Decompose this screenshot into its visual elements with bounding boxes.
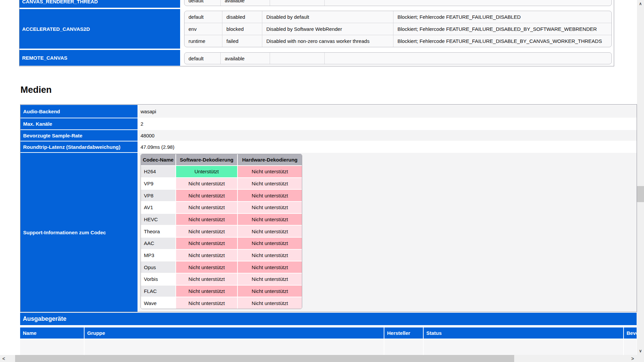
status-message-cell: [270, 53, 324, 64]
horizontal-scrollbar-thumb[interactable]: [15, 355, 514, 362]
column-header-text: Gruppe: [87, 330, 105, 336]
column-header-text: Bevorzugt: [627, 330, 637, 336]
codec-row-opus: Opus Nicht unterstützt Nicht unterstützt: [141, 261, 302, 273]
vertical-scrollbar-thumb[interactable]: [637, 186, 644, 202]
feature-label-canvas-renderer-thread: CANVAS_RENDERER_THREAD: [19, 0, 180, 8]
feature-status-box-remote-canvas: default available: [184, 52, 612, 64]
media-value-audio-backend: wasapi: [138, 105, 637, 118]
codec-name-cell: H264: [141, 166, 176, 177]
codec-software-support-cell: Nicht unterstützt: [176, 190, 238, 201]
output-devices-caption: Ausgabegeräte: [20, 313, 637, 325]
codec-software-support-cell: Nicht unterstützt: [176, 202, 238, 213]
codec-hardware-support-cell: Nicht unterstützt: [238, 261, 302, 273]
scroll-down-icon[interactable]: ∨: [637, 348, 644, 354]
status-log-cell: Blockiert; Fehlercode FEATURE_FAILURE_DI…: [393, 35, 611, 47]
scroll-up-glyph: ∧: [639, 1, 642, 6]
feature-label-remote-canvas: REMOTE_CANVAS: [19, 50, 180, 66]
scroll-left-icon[interactable]: <: [1, 355, 7, 362]
scroll-left-glyph: <: [2, 356, 5, 361]
feature-label-accelerated-canvas2d: ACCELERATED_CANVAS2D: [19, 9, 180, 49]
codec-hardware-support-cell: Nicht unterstützt: [238, 226, 302, 237]
media-value-preferred-sample-rate: 48000: [138, 130, 637, 141]
output-device-row-hersteller-cell: [384, 339, 423, 356]
output-devices-col-hersteller: Hersteller: [384, 327, 423, 339]
codec-hardware-support-cell: Nicht unterstützt: [238, 178, 302, 189]
status-message-cell: Disabled by default: [262, 11, 393, 23]
status-key-cell: default: [184, 53, 220, 64]
codec-software-support-cell: Nicht unterstützt: [176, 178, 238, 189]
media-label-audio-backend: Audio-Backend: [20, 105, 138, 118]
media-label-text: Roundtrip-Latenz (Standardabweichung): [23, 144, 120, 150]
feature-name: REMOTE_CANVAS: [22, 55, 67, 61]
codec-header-software: Software-Dekodierung: [176, 154, 238, 165]
status-message-cell: Disabled with non-zero canvas worker thr…: [262, 35, 393, 47]
output-devices-col-status: Status: [424, 327, 623, 339]
output-devices-col-bevorzugt: Bevorzugt: [624, 327, 637, 339]
media-label-max-channels: Max. Kanäle: [20, 118, 138, 129]
codec-row-av1: AV1 Nicht unterstützt Nicht unterstützt: [141, 201, 302, 213]
scroll-down-glyph: ∨: [639, 349, 642, 353]
codec-row-flac: FLAC Nicht unterstützt Nicht unterstützt: [141, 285, 302, 297]
output-device-row-gruppe-cell: [85, 339, 384, 356]
status-key-cell: default: [184, 0, 220, 6]
codec-name-cell: HEVC: [141, 214, 176, 225]
codec-name-cell: Wave: [141, 297, 176, 309]
status-row: default available: [184, 0, 611, 6]
status-key-cell: default: [184, 11, 222, 23]
media-label-text: Max. Kanäle: [23, 121, 52, 127]
media-section-heading: Medien: [20, 85, 52, 95]
media-label-text: Bevorzugte Sample-Rate: [23, 133, 83, 138]
output-devices-caption-text: Ausgabegeräte: [23, 315, 66, 322]
status-value-cell: available: [220, 53, 270, 64]
codec-row-vp9: VP9 Nicht unterstützt Nicht unterstützt: [141, 177, 302, 189]
status-key-cell: env: [184, 23, 222, 35]
codec-name-cell: AV1: [141, 202, 176, 213]
media-label-text: Support-Informationen zum Codec: [23, 230, 106, 235]
status-row: default disabled Disabled by default Blo…: [184, 11, 611, 23]
output-device-row-name-cell: [20, 339, 84, 356]
codec-row-theora: Theora Nicht unterstützt Nicht unterstüt…: [141, 225, 302, 237]
status-message-cell: [270, 0, 324, 6]
feature-status-box-canvas-renderer-thread: default available: [184, 0, 612, 6]
column-header-text: Hersteller: [387, 330, 410, 336]
codec-row-hevc: HEVC Nicht unterstützt Nicht unterstützt: [141, 213, 302, 225]
codec-name-cell: VP9: [141, 178, 176, 189]
status-log-cell: Blockiert; Fehlercode FEATURE_FAILURE_DI…: [393, 23, 611, 35]
media-value-max-channels: 2: [138, 118, 637, 129]
output-devices-col-name: Name: [20, 327, 84, 339]
status-value-cell: available: [220, 0, 270, 6]
media-label-roundtrip-latency: Roundtrip-Latenz (Standardabweichung): [20, 141, 138, 152]
scroll-right-icon[interactable]: >: [630, 355, 636, 362]
media-value-text: 47.09ms (2.98): [141, 144, 174, 150]
codec-software-support-cell: Nicht unterstützt: [176, 297, 238, 309]
codec-name-cell: AAC: [141, 238, 176, 249]
media-label-text: Audio-Backend: [23, 109, 60, 114]
codec-hardware-support-cell: Nicht unterstützt: [238, 190, 302, 201]
codec-row-aac: AAC Nicht unterstützt Nicht unterstützt: [141, 237, 302, 249]
column-header-text: Name: [23, 330, 37, 336]
codec-name-cell: MP3: [141, 250, 176, 261]
codec-name-cell: Theora: [141, 226, 176, 237]
feature-name: ACCELERATED_CANVAS2D: [22, 26, 90, 32]
scrollbar-corner: [637, 355, 644, 362]
codec-hardware-support-cell: Nicht unterstützt: [238, 214, 302, 225]
codec-header-hardware: Hardware-Dekodierung: [238, 154, 302, 165]
status-log-cell: [324, 53, 611, 64]
codec-software-support-cell: Nicht unterstützt: [176, 214, 238, 225]
vertical-scrollbar[interactable]: [637, 0, 644, 362]
codec-software-support-cell: Nicht unterstützt: [176, 250, 238, 261]
codec-name-cell: VP8: [141, 190, 176, 201]
column-header-text: Status: [426, 330, 442, 336]
codec-software-support-cell: Unterstützt: [176, 166, 238, 177]
codec-hardware-support-cell: Nicht unterstützt: [238, 286, 302, 297]
feature-name: CANVAS_RENDERER_THREAD: [22, 0, 98, 4]
codec-software-support-cell: Nicht unterstützt: [176, 261, 238, 273]
scroll-up-icon[interactable]: ∧: [637, 1, 644, 7]
status-log-cell: [324, 0, 611, 6]
status-message-cell: Disabled by Software WebRender: [262, 23, 393, 35]
codec-hardware-support-cell: Nicht unterstützt: [238, 202, 302, 213]
codec-hardware-support-cell: Nicht unterstützt: [238, 250, 302, 261]
codec-support-table: Codec-Name Software-Dekodierung Hardware…: [141, 154, 302, 309]
status-log-cell: Blockiert; Fehlercode FEATURE_FAILURE_DI…: [393, 11, 611, 23]
output-devices-col-gruppe: Gruppe: [85, 327, 384, 339]
